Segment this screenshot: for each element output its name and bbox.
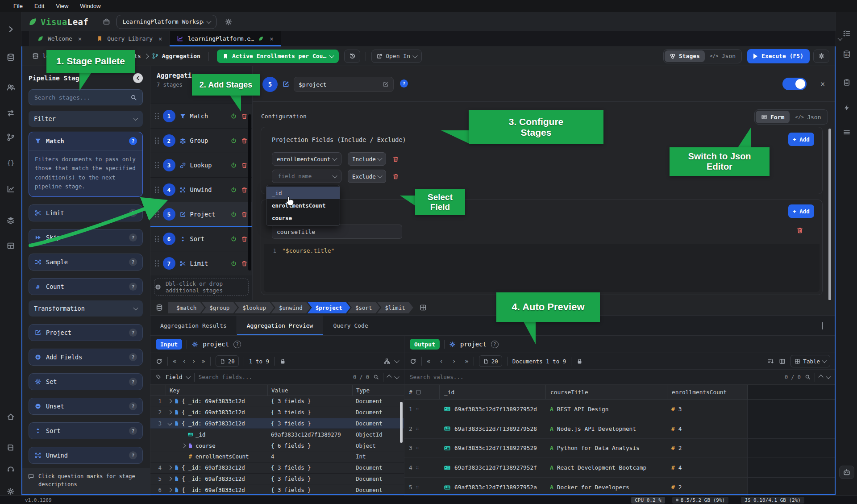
stage-help-badge[interactable]: ? bbox=[129, 451, 137, 459]
stage-enabled-toggle[interactable] bbox=[782, 78, 807, 90]
search-icon[interactable] bbox=[373, 374, 379, 380]
stage-help-badge[interactable]: ? bbox=[129, 402, 137, 410]
drag-handle-icon[interactable] bbox=[155, 113, 159, 119]
query-settings-button[interactable] bbox=[813, 50, 829, 63]
menu-icon[interactable] bbox=[842, 128, 851, 137]
expand-chevron-icon[interactable] bbox=[182, 443, 186, 448]
input-table-row[interactable]: _id 69af3833c12d7f1389279 ObjectId bbox=[150, 429, 404, 440]
layers-icon[interactable] bbox=[6, 216, 15, 225]
output-table-row[interactable]: 4∷ 69af3833c12d7f138927952f AReact Devel… bbox=[404, 458, 836, 478]
results-tab-query-code[interactable]: Query Code bbox=[323, 316, 378, 335]
chevron-down-icon[interactable] bbox=[394, 358, 399, 363]
help-icon[interactable]: ? bbox=[491, 341, 499, 348]
sort-rows-icon[interactable] bbox=[767, 358, 774, 365]
database-icon[interactable] bbox=[6, 53, 15, 62]
workspace-selector[interactable]: LearningPlatform Workspace bbox=[116, 15, 216, 29]
json-view-button[interactable]: </> Json bbox=[705, 50, 741, 62]
page-size-control[interactable]: 20 bbox=[216, 355, 239, 367]
stage-help-badge[interactable]: ? bbox=[129, 283, 137, 291]
sql-icon[interactable]: SQL bbox=[842, 50, 851, 58]
key-column-header[interactable]: Key bbox=[166, 385, 267, 396]
stages-view-button[interactable]: Stages bbox=[665, 50, 705, 62]
prev-page-button[interactable]: ‹ bbox=[182, 358, 186, 365]
pipeline-stage-project[interactable]: 5 Project bbox=[150, 202, 252, 226]
pipeline-stage-lookup[interactable]: 3 Lookup bbox=[150, 153, 252, 177]
drag-handle-icon[interactable] bbox=[155, 162, 159, 168]
pipeline-stage-group[interactable]: 2 Group bbox=[150, 128, 252, 153]
value-column-header[interactable]: Value bbox=[267, 385, 352, 396]
stage-chip-lookup[interactable]: $lookup bbox=[234, 302, 274, 313]
close-stage-editor-icon[interactable]: × bbox=[820, 79, 825, 88]
enrollmentscount-column-header[interactable]: enrollmentsCount bbox=[667, 385, 747, 399]
power-icon[interactable] bbox=[230, 236, 237, 242]
settings-gear-icon[interactable] bbox=[225, 18, 233, 26]
stage-help-badge[interactable]: ? bbox=[129, 427, 137, 435]
tree-view-icon[interactable] bbox=[383, 358, 390, 365]
stage-help-badge[interactable]: ? bbox=[129, 233, 137, 242]
expression-code-editor[interactable]: 1 "$course.title" bbox=[264, 244, 820, 292]
dropdown-option-id[interactable]: _id bbox=[266, 187, 340, 199]
trash-icon[interactable] bbox=[241, 236, 248, 242]
expand-chevron-icon[interactable] bbox=[168, 410, 172, 415]
include-exclude-select[interactable]: Exclude bbox=[348, 170, 386, 183]
home-icon[interactable] bbox=[6, 412, 15, 421]
ai-assistant-button[interactable] bbox=[839, 466, 854, 479]
stage-chip-project[interactable]: $project bbox=[308, 302, 350, 313]
palette-stage-add-fields[interactable]: Add Fields? bbox=[29, 349, 143, 366]
pipeline-stage-limit[interactable]: 7 Limit bbox=[150, 251, 252, 275]
chart-icon[interactable] bbox=[6, 185, 15, 193]
table-icon[interactable] bbox=[6, 242, 15, 250]
palette-section-filter[interactable]: Filter bbox=[29, 111, 143, 127]
saved-query-button[interactable]: Active Enrollments per Cou… bbox=[217, 50, 339, 63]
stage-help-badge[interactable]: ? bbox=[129, 258, 137, 266]
expand-chevron-icon[interactable] bbox=[168, 399, 172, 404]
stage-list-scrollbar[interactable] bbox=[248, 114, 251, 271]
stage-chip-sort[interactable]: $sort bbox=[347, 302, 380, 313]
search-fields-input[interactable]: Search fields... bbox=[199, 374, 252, 380]
input-table-row[interactable]: 4 { _id: 69af3833c12d { 3 fields } Docum… bbox=[150, 462, 404, 474]
next-match-button[interactable] bbox=[394, 374, 399, 379]
input-table-row[interactable]: 2 { _id: 69af3833c12d { 3 fields } Docum… bbox=[150, 407, 404, 418]
trash-icon[interactable] bbox=[392, 156, 399, 162]
tab-overflow-button[interactable] bbox=[835, 34, 845, 44]
palette-stage-skip[interactable]: Skip? bbox=[29, 229, 143, 246]
trash-icon[interactable] bbox=[241, 137, 248, 144]
close-tab-icon[interactable]: × bbox=[158, 35, 162, 42]
tab-welcome[interactable]: Welcome × bbox=[29, 31, 89, 46]
menu-window[interactable]: Window bbox=[80, 3, 100, 9]
pipeline-stage-unwind[interactable]: 4 Unwind bbox=[150, 177, 252, 202]
close-tab-icon[interactable]: × bbox=[78, 35, 82, 42]
palette-stage-limit[interactable]: Limit? bbox=[29, 204, 143, 221]
trash-icon[interactable] bbox=[241, 162, 248, 169]
input-table-row[interactable]: course { 6 fields } Object bbox=[150, 440, 404, 451]
search-values-input[interactable]: Search values... bbox=[410, 374, 463, 380]
field-filter-select[interactable]: Field bbox=[166, 374, 183, 380]
lock-icon[interactable] bbox=[279, 358, 286, 365]
power-icon[interactable] bbox=[230, 187, 237, 193]
tab-query-library[interactable]: Query Library × bbox=[89, 31, 170, 46]
hash-column-header[interactable]: # bbox=[404, 385, 439, 399]
stage-help-badge[interactable]: ? bbox=[129, 378, 137, 386]
stage-chip-group[interactable]: $group bbox=[201, 302, 237, 313]
expand-chevron-icon[interactable] bbox=[168, 421, 172, 426]
help-icon[interactable]: ? bbox=[233, 341, 241, 348]
drag-handle-icon[interactable] bbox=[155, 260, 159, 267]
lock-icon[interactable] bbox=[576, 358, 583, 365]
add-projection-field-button[interactable]: + Add bbox=[788, 133, 814, 146]
trash-icon[interactable] bbox=[241, 113, 248, 120]
include-exclude-select[interactable]: Include bbox=[348, 152, 386, 166]
headset-icon[interactable] bbox=[6, 465, 15, 473]
palette-stage-sample[interactable]: Sample? bbox=[29, 254, 143, 271]
input-table-row[interactable]: #enrollmentsCount 4 Int bbox=[150, 451, 404, 462]
trash-icon[interactable] bbox=[392, 173, 399, 180]
page-size-control[interactable]: 20 bbox=[479, 355, 502, 367]
book-icon[interactable] bbox=[6, 443, 15, 452]
input-table-row[interactable]: 6 { _id: 69af3833c12d { 3 fields } Docum… bbox=[150, 484, 404, 496]
results-tab-aggregation-results[interactable]: Aggregation Results bbox=[150, 316, 237, 335]
prev-match-button[interactable] bbox=[818, 375, 823, 379]
stage-help-badge[interactable]: ? bbox=[129, 329, 137, 337]
palette-stage-sort[interactable]: Sort? bbox=[29, 422, 143, 439]
editor-scrollbar[interactable] bbox=[828, 129, 831, 300]
checkbox-icon[interactable] bbox=[416, 389, 421, 395]
power-icon[interactable] bbox=[230, 260, 237, 267]
